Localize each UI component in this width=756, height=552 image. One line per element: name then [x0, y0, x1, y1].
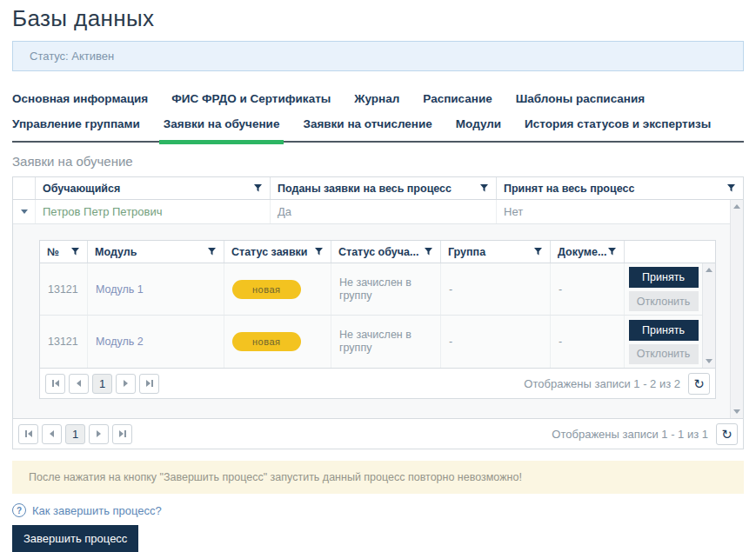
applications-grid-header: № Модуль Статус заявки	[40, 241, 715, 263]
filter-icon[interactable]	[607, 247, 617, 256]
pager-first-button[interactable]	[18, 424, 38, 444]
scroll-down-icon[interactable]	[733, 409, 740, 414]
pager-last-button[interactable]	[139, 374, 159, 394]
status-badge: новая	[232, 332, 301, 351]
accept-button[interactable]: Принять	[629, 320, 699, 341]
column-header-actions	[625, 241, 715, 263]
pager-prev-icon	[77, 380, 81, 387]
pager-last-icon	[119, 430, 124, 437]
column-header-document[interactable]: Докуме...	[551, 241, 625, 263]
application-status-cell: новая	[224, 316, 331, 368]
pager-next-icon	[97, 430, 101, 437]
document-cell: -	[551, 263, 625, 315]
decline-button[interactable]: Отклонить	[629, 291, 699, 311]
row-expand-toggle[interactable]	[13, 200, 36, 223]
vertical-scrollbar[interactable]	[702, 263, 715, 368]
pager-prev-icon	[50, 430, 54, 437]
tab-schedule-templates[interactable]: Шаблоны расписания	[516, 92, 645, 105]
module-link[interactable]: Модуль 2	[96, 336, 144, 348]
applications-grid: № Модуль Статус заявки	[39, 240, 716, 399]
help-link[interactable]: ? Как завершить процесс?	[12, 503, 744, 517]
page-title: Базы данных	[12, 5, 744, 31]
student-name-link[interactable]: Петров Петр Петрович	[43, 205, 163, 218]
scroll-up-icon[interactable]	[733, 204, 740, 209]
pager-first-icon	[28, 430, 32, 437]
pager-info: Отображены записи 1 - 2 из 2	[524, 377, 680, 390]
table-row: 13121 Модуль 1 новая Не зачислен в групп…	[40, 263, 702, 316]
application-number-cell: 13121	[40, 263, 88, 315]
filter-icon[interactable]	[726, 183, 736, 193]
tab-main-info[interactable]: Основная информация	[12, 92, 148, 105]
accept-button[interactable]: Принять	[629, 267, 699, 288]
scroll-up-icon[interactable]	[706, 268, 713, 272]
column-header-group[interactable]: Группа	[441, 241, 551, 263]
pager-first-button[interactable]	[45, 374, 65, 394]
pager-prev-button[interactable]	[42, 424, 62, 444]
application-number-cell: 13121	[40, 316, 88, 368]
tab-journal[interactable]: Журнал	[354, 92, 399, 105]
finish-process-button[interactable]: Завершить процесс	[12, 525, 138, 552]
status-badge: новая	[232, 280, 301, 299]
study-status-cell: Не зачислен в группу	[331, 263, 441, 315]
pager-next-button[interactable]	[89, 424, 109, 444]
vertical-scrollbar[interactable]	[730, 200, 743, 418]
filter-icon[interactable]	[70, 247, 80, 256]
pager-next-button[interactable]	[116, 374, 136, 394]
students-grid: Обучающийся Поданы заявки на весь процес…	[12, 176, 744, 449]
refresh-button[interactable]: ↻	[716, 423, 738, 445]
decline-button[interactable]: Отклонить	[629, 344, 699, 364]
section-title: Заявки на обучение	[12, 154, 744, 169]
applications-grid-pager: 1 Отображены записи 1 - 2 из 2 ↻	[40, 368, 715, 398]
tab-expulsion-applications[interactable]: Заявки на отчисление	[303, 117, 432, 130]
column-header-student[interactable]: Обучающийся	[36, 177, 271, 199]
tab-group-management[interactable]: Управление группами	[12, 117, 140, 130]
filter-icon[interactable]	[533, 247, 543, 256]
row-detail-panel: № Модуль Статус заявки	[13, 224, 730, 418]
student-name-cell: Петров Петр Петрович	[36, 200, 271, 223]
filter-icon[interactable]	[424, 247, 433, 256]
tab-training-applications[interactable]: Заявки на обучение	[164, 117, 280, 130]
column-header-study-status[interactable]: Статус обуча...	[331, 241, 441, 263]
warning-banner: После нажатия на кнопку "Завершить проце…	[12, 461, 744, 494]
students-grid-pager: 1 Отображены записи 1 - 1 из 1 ↻	[13, 418, 743, 449]
applications-grid-body: 13121 Модуль 1 новая Не зачислен в групп…	[40, 263, 715, 368]
actions-cell: Принять Отклонить	[625, 316, 702, 368]
help-link-label: Как завершить процесс?	[32, 504, 162, 517]
refresh-icon: ↻	[693, 377, 705, 390]
filter-icon[interactable]	[207, 247, 217, 256]
pager-last-button[interactable]	[112, 424, 132, 444]
applied-all-cell: Да	[271, 200, 497, 223]
tab-fis-frdo[interactable]: ФИС ФРДО и Сертификаты	[171, 92, 331, 105]
pager-page-button[interactable]: 1	[65, 424, 85, 444]
column-header-accepted-all[interactable]: Принят на весь процесс	[497, 177, 743, 199]
column-header-module[interactable]: Модуль	[88, 241, 224, 263]
refresh-button[interactable]: ↻	[688, 373, 710, 395]
table-row[interactable]: Петров Петр Петрович Да Нет	[13, 200, 730, 224]
students-grid-header: Обучающийся Поданы заявки на весь процес…	[13, 177, 743, 200]
document-cell: -	[551, 316, 625, 368]
module-cell: Модуль 2	[88, 316, 224, 368]
expand-column-header	[13, 177, 36, 199]
pager-prev-button[interactable]	[69, 374, 89, 394]
filter-icon[interactable]	[253, 183, 263, 193]
column-header-application-status[interactable]: Статус заявки	[224, 241, 331, 263]
pager-last-icon	[146, 380, 151, 387]
tab-schedule[interactable]: Расписание	[423, 92, 492, 105]
pager-page-button[interactable]: 1	[92, 374, 112, 394]
column-header-applied-all[interactable]: Поданы заявки на весь процесс	[271, 177, 497, 199]
tab-status-history[interactable]: История статусов и экспертизы	[525, 117, 711, 130]
tab-modules[interactable]: Модули	[456, 117, 501, 130]
actions-cell: Принять Отклонить	[625, 263, 702, 315]
column-header-number[interactable]: №	[40, 241, 88, 263]
filter-icon[interactable]	[314, 247, 324, 256]
study-status-cell: Не зачислен в группу	[331, 316, 441, 368]
tabs-row-1: Основная информация ФИС ФРДО и Сертифика…	[12, 92, 744, 105]
pager-info: Отображены записи 1 - 1 из 1	[552, 428, 708, 441]
scroll-down-icon[interactable]	[706, 359, 713, 363]
pager-next-icon	[124, 380, 128, 387]
module-link[interactable]: Модуль 1	[96, 283, 144, 296]
page: Базы данных Статус: Активен Основная инф…	[0, 0, 756, 552]
refresh-icon: ↻	[721, 428, 733, 441]
filter-icon[interactable]	[479, 183, 489, 193]
table-row: 13121 Модуль 2 новая Не зачислен в групп…	[40, 316, 702, 368]
